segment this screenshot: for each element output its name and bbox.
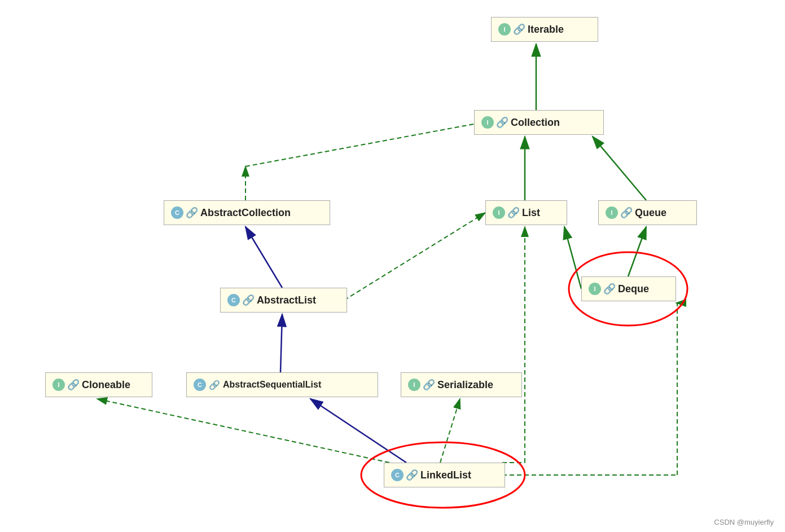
- link-icon-linkedlist: 🔗: [407, 470, 417, 480]
- node-abstractcollection: C 🔗 AbstractCollection: [164, 200, 330, 225]
- link-icon-abstractcollection: 🔗: [187, 208, 197, 218]
- svg-line-11: [564, 227, 581, 289]
- node-deque: I 🔗 Deque: [581, 276, 676, 301]
- svg-line-15: [440, 399, 460, 463]
- node-abstractsequentiallist: C 🔗 AbstractSequentialList: [186, 372, 378, 397]
- label-list: List: [522, 207, 540, 219]
- badge-iterable: I: [498, 23, 511, 36]
- svg-line-9: [344, 213, 485, 300]
- node-queue: I 🔗 Queue: [598, 200, 697, 225]
- label-cloneable: Cloneable: [82, 379, 130, 391]
- badge-abstractsequentiallist: C: [194, 379, 206, 391]
- label-queue: Queue: [635, 207, 666, 219]
- badge-deque: I: [589, 283, 601, 295]
- svg-line-7: [593, 137, 646, 200]
- label-abstractsequentiallist: AbstractSequentialList: [223, 380, 321, 390]
- node-serializable: I 🔗 Serializable: [401, 372, 522, 397]
- link-icon-collection: 🔗: [497, 117, 507, 127]
- label-deque: Deque: [618, 283, 649, 295]
- link-icon-cloneable: 🔗: [68, 380, 78, 390]
- svg-line-5: [245, 123, 480, 166]
- badge-cloneable: I: [52, 379, 65, 391]
- link-icon-list: 🔗: [508, 208, 519, 218]
- badge-abstractlist: C: [227, 294, 240, 306]
- watermark: CSDN @muyierfly: [714, 518, 774, 526]
- svg-line-10: [628, 227, 646, 276]
- badge-linkedlist: C: [391, 469, 404, 481]
- svg-line-14: [97, 399, 389, 463]
- link-icon-abstractsequentiallist: 🔗: [209, 380, 220, 390]
- link-icon-iterable: 🔗: [514, 24, 524, 34]
- label-abstractlist: AbstractList: [257, 294, 316, 306]
- node-list: I 🔗 List: [485, 200, 567, 225]
- label-abstractcollection: AbstractCollection: [200, 207, 291, 219]
- badge-serializable: I: [408, 379, 420, 391]
- svg-line-12: [280, 314, 282, 372]
- svg-line-13: [310, 399, 406, 463]
- link-icon-deque: 🔗: [604, 284, 615, 294]
- link-icon-abstractlist: 🔗: [243, 295, 253, 305]
- label-serializable: Serializable: [437, 379, 493, 391]
- badge-queue: I: [606, 206, 618, 219]
- diagram-container: I 🔗 Iterable I 🔗 Collection C 🔗 Abstract…: [0, 0, 785, 532]
- label-linkedlist: LinkedList: [420, 469, 471, 481]
- node-abstractlist: C 🔗 AbstractList: [220, 288, 347, 313]
- node-iterable: I 🔗 Iterable: [491, 17, 598, 42]
- node-collection: I 🔗 Collection: [474, 110, 604, 135]
- badge-list: I: [493, 206, 505, 219]
- badge-abstractcollection: C: [171, 206, 183, 219]
- badge-collection: I: [481, 116, 494, 129]
- node-cloneable: I 🔗 Cloneable: [45, 372, 152, 397]
- link-icon-serializable: 🔗: [424, 380, 434, 390]
- label-iterable: Iterable: [528, 24, 564, 36]
- label-collection: Collection: [511, 117, 560, 129]
- link-icon-queue: 🔗: [621, 208, 631, 218]
- node-linkedlist: C 🔗 LinkedList: [384, 463, 505, 487]
- svg-line-8: [245, 227, 282, 288]
